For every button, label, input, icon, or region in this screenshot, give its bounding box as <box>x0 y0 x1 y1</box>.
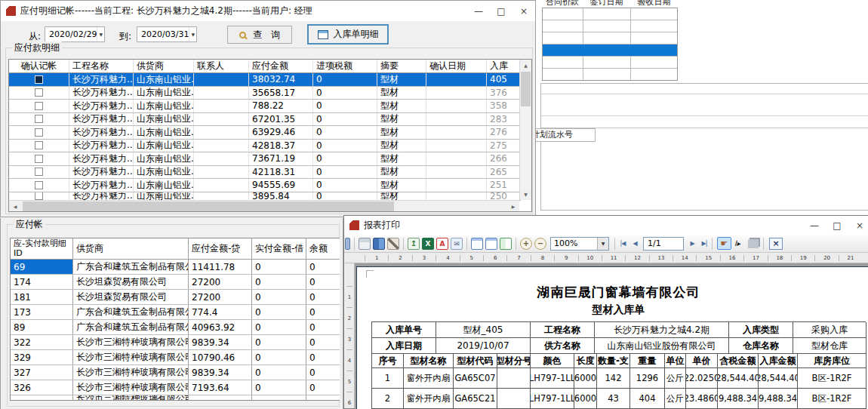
zoom-level-combo[interactable]: 100% ▼ <box>550 237 609 251</box>
export-excel-icon[interactable]: X <box>422 238 434 250</box>
titlebar[interactable]: 应付明细记帐------当前工程: 长沙万科魅力之城4.2期------当前用户… <box>1 1 535 21</box>
header-credit[interactable]: 应付金额-贷 <box>189 238 252 259</box>
header-supplier[interactable]: 供货商 <box>134 60 194 72</box>
first-page-button[interactable]: |◀ <box>617 238 629 250</box>
table-row[interactable]: 长沙万科魅力... 山东南山铝业... 63929.46 0 型材 276 <box>9 126 521 140</box>
close-preview-icon[interactable]: × <box>769 238 783 250</box>
confirm-cell[interactable] <box>9 87 69 100</box>
last-page-button[interactable]: ▶| <box>698 238 710 250</box>
query-button[interactable]: 查 询 <box>227 26 292 44</box>
confirm-cell[interactable] <box>9 179 69 192</box>
confirm-cell[interactable] <box>9 166 69 179</box>
detail-id-cell[interactable]: 181 <box>11 290 73 304</box>
separator[interactable] <box>466 238 467 250</box>
table-row[interactable] <box>543 45 677 57</box>
separator[interactable] <box>403 238 404 250</box>
confirm-cell[interactable] <box>9 113 69 126</box>
print-setup-icon[interactable] <box>387 238 399 250</box>
checkbox[interactable] <box>35 168 43 176</box>
export-icon[interactable]: ↥ <box>408 238 420 250</box>
scroll-down-button[interactable]: ▼ <box>520 189 531 200</box>
table-row[interactable]: 181 长沙坦森贸易有限公司 27200 0 0 <box>11 290 340 305</box>
table-row[interactable] <box>543 69 677 80</box>
chevron-down-icon[interactable]: ▼ <box>189 27 196 42</box>
date-to-combo[interactable]: 2020/03/31 ▼ <box>137 26 197 42</box>
table-row[interactable]: 长沙万科魅力... 山东南山铝业... 94555.69 0 型材 251 <box>9 179 521 192</box>
header-contact[interactable]: 联系人 <box>194 60 249 72</box>
table-row[interactable]: 173 广东合和建筑五金制品有限公司 774.4 0 0 <box>11 305 340 320</box>
header-project[interactable]: 工程名称 <box>69 60 134 72</box>
maximize-button[interactable]: □ <box>826 216 848 235</box>
page-indicator-input[interactable]: 1/1 <box>643 237 684 251</box>
checkbox[interactable] <box>35 128 43 137</box>
table-row[interactable]: 长沙万科魅力... 山东南山铝业... 42118.31 0 型材 265 <box>9 166 521 180</box>
table-row[interactable]: 长沙万科魅力... 山东南山铝业... 38032.74 0 型材 405 <box>9 73 521 87</box>
horizontal-scrollbar[interactable]: ◀ ▶ <box>9 200 519 211</box>
table-row[interactable]: 89 广东合和建筑五金制品有限公司 40963.92 0 0 <box>11 320 340 335</box>
print-preview-area[interactable]: 湖南巨晟门窗幕墙有限公司 型材入库单 入库单号 型材_405 工程名称 长沙万科… <box>355 263 868 409</box>
confirm-cell[interactable] <box>9 126 69 139</box>
table-row[interactable] <box>543 20 677 32</box>
whole-page-icon[interactable] <box>485 238 497 250</box>
close-button[interactable]: × <box>848 216 868 235</box>
send-mail-icon[interactable]: ✉ <box>451 238 463 250</box>
separator[interactable] <box>516 238 516 250</box>
separator[interactable] <box>354 238 355 250</box>
page-width-icon[interactable] <box>471 238 483 250</box>
scroll-left-button[interactable]: ◀ <box>9 201 21 211</box>
checkbox[interactable] <box>35 75 43 84</box>
detail-id-cell[interactable] <box>11 395 73 401</box>
checkbox[interactable] <box>35 102 43 110</box>
detail-id-cell[interactable]: 327 <box>11 365 73 380</box>
book-preview-icon[interactable] <box>373 238 385 250</box>
table-row[interactable] <box>543 8 677 20</box>
header-summary[interactable]: 摘要 <box>377 60 426 72</box>
table-row[interactable]: 322 长沙市三湘特种玻璃有限公司 9839.34 0 0 <box>11 335 340 350</box>
header-confirm-date[interactable]: 确认日期 <box>426 60 487 72</box>
multiple-pages-icon[interactable] <box>500 238 512 250</box>
titlebar[interactable]: 报表打印 — □ × <box>344 216 868 235</box>
print-icon[interactable] <box>359 238 371 250</box>
chevron-down-icon[interactable]: ▼ <box>597 238 608 250</box>
vertical-scrollbar[interactable]: ▲ ▼ <box>519 60 531 200</box>
checkbox[interactable] <box>35 115 43 123</box>
header-detail-id[interactable]: 应-实付款明细ID <box>11 238 73 259</box>
next-page-button[interactable]: ▶ <box>686 238 698 250</box>
table-row[interactable]: 326 长沙市三湘特种玻璃有限公司 7193.64 0 0 <box>11 380 340 395</box>
detail-id-cell[interactable]: 89 <box>11 320 73 334</box>
detail-id-cell[interactable]: 173 <box>11 305 73 319</box>
zoom-out-icon[interactable]: − <box>534 238 546 250</box>
minimize-button[interactable]: — <box>803 216 826 235</box>
table-row[interactable]: 69 广东合和建筑五金制品有限公司 11411.78 0 0 <box>11 260 340 275</box>
header-balance[interactable]: 余额 <box>306 238 340 259</box>
header-entry-no[interactable]: 入库 <box>487 60 521 72</box>
app-grid-icon[interactable] <box>345 238 350 250</box>
minimize-button[interactable]: — <box>467 1 490 21</box>
checkbox[interactable] <box>35 88 43 97</box>
detail-id-cell[interactable]: 322 <box>11 335 73 349</box>
checkbox[interactable] <box>35 155 43 163</box>
checkbox[interactable] <box>35 181 43 189</box>
confirm-cell[interactable] <box>9 73 69 86</box>
detail-id-cell[interactable]: 329 <box>11 350 73 364</box>
table-row[interactable]: 长沙万科魅力... 山东南山铝业... 42818.37 0 型材 275 <box>9 140 521 153</box>
header-amount[interactable]: 应付金额 <box>249 60 313 72</box>
scroll-up-button[interactable]: ▲ <box>520 60 531 71</box>
table-row[interactable]: 长沙万科魅力... 山东南山铝业... 73671.19 0 型材 266 <box>9 152 521 166</box>
date-from-combo[interactable]: 2020/02/29 ▼ <box>45 26 105 42</box>
table-row[interactable]: 长沙万科魅力... 山东南山铝业... 3895.84 0 型材 250 <box>9 192 521 201</box>
table-row[interactable]: 长沙市三湘特种玻璃有限公司 <box>11 395 340 401</box>
text-select-tool-icon[interactable]: I▸ <box>731 239 743 248</box>
entry-detail-button[interactable]: 入库单明细 <box>307 24 389 45</box>
chevron-down-icon[interactable]: ▼ <box>97 27 104 42</box>
copy-pages-icon[interactable] <box>748 239 759 248</box>
checkbox[interactable] <box>35 192 43 200</box>
detail-id-cell[interactable]: 174 <box>11 275 73 289</box>
table-row[interactable]: 长沙万科魅力... 山东南山铝业... 788.22 0 型材 358 <box>9 100 521 113</box>
hand-tool-icon[interactable]: ☛ <box>717 237 731 250</box>
confirm-cell[interactable] <box>9 152 69 165</box>
confirm-cell[interactable] <box>9 140 69 152</box>
header-tax[interactable]: 进项税额 <box>313 60 377 72</box>
close-button[interactable]: × <box>512 1 535 21</box>
table-row[interactable] <box>543 32 677 45</box>
